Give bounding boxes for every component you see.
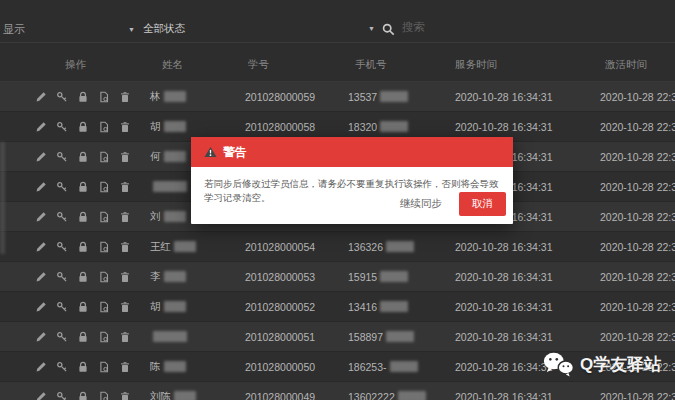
cell-student-id: 201028000058 (230, 121, 320, 133)
redacted-blur (174, 391, 196, 400)
key-icon[interactable] (56, 271, 68, 283)
file-icon[interactable] (98, 91, 110, 103)
lock-icon[interactable] (77, 181, 89, 193)
key-icon[interactable] (56, 301, 68, 313)
edit-icon[interactable] (35, 331, 47, 343)
watermark-text: Q学友驿站 (580, 353, 661, 376)
key-icon[interactable] (56, 331, 68, 343)
lock-icon[interactable] (77, 301, 89, 313)
warning-dialog-header: 警告 (191, 137, 513, 167)
cell-student-id: 201028000050 (230, 361, 320, 373)
trash-icon[interactable] (119, 361, 131, 373)
column-header-phone: 手机号 (320, 58, 430, 72)
file-icon[interactable] (98, 121, 110, 133)
file-icon[interactable] (98, 301, 110, 313)
search-icon (382, 22, 395, 35)
table-header: 操作 姓名 学号 手机号 服务时间 激活时间 (0, 42, 675, 82)
cell-service-time: 2020-10-28 16:34:31 (430, 301, 555, 313)
status-filter-value: 全部状态 (143, 22, 185, 36)
cell-name (135, 331, 230, 342)
edit-icon[interactable] (35, 391, 47, 400)
trash-icon[interactable] (119, 151, 131, 163)
edit-icon[interactable] (35, 121, 47, 133)
lock-icon[interactable] (77, 271, 89, 283)
continue-sync-button[interactable]: 继续同步 (400, 197, 442, 211)
key-icon[interactable] (56, 91, 68, 103)
key-icon[interactable] (56, 151, 68, 163)
file-icon[interactable] (98, 241, 110, 253)
key-icon[interactable] (56, 181, 68, 193)
warning-dialog-footer: 继续同步 取消 (400, 192, 506, 216)
table-row: 胡201028000052134162020-10-28 16:34:31202… (0, 292, 675, 322)
file-icon[interactable] (98, 151, 110, 163)
cell-activation-time: 2020-10-28 22:33:4 (555, 271, 675, 283)
row-actions (0, 91, 135, 103)
row-actions (0, 331, 135, 343)
edit-icon[interactable] (35, 361, 47, 373)
search-scope-chevron-icon[interactable]: ▼ (368, 25, 375, 32)
edit-icon[interactable] (35, 301, 47, 313)
search-input[interactable]: 搜索 (402, 20, 425, 35)
cell-service-time: 2020-10-28 16:34:31 (430, 121, 555, 133)
lock-icon[interactable] (77, 121, 89, 133)
cancel-button[interactable]: 取消 (459, 192, 506, 216)
row-actions (0, 271, 135, 283)
key-icon[interactable] (56, 241, 68, 253)
cell-name: 李 (135, 270, 230, 284)
cell-phone: 13416 (320, 301, 430, 313)
edit-icon[interactable] (35, 91, 47, 103)
edit-icon[interactable] (35, 181, 47, 193)
file-icon[interactable] (98, 181, 110, 193)
row-actions (0, 151, 135, 163)
edit-icon[interactable] (35, 271, 47, 283)
wechat-icon (543, 351, 574, 378)
redacted-blur (164, 91, 186, 102)
lock-icon[interactable] (77, 241, 89, 253)
lock-icon[interactable] (77, 361, 89, 373)
key-icon[interactable] (56, 211, 68, 223)
key-icon[interactable] (56, 391, 68, 400)
lock-icon[interactable] (77, 151, 89, 163)
edit-icon[interactable] (35, 241, 47, 253)
trash-icon[interactable] (119, 331, 131, 343)
trash-icon[interactable] (119, 91, 131, 103)
trash-icon[interactable] (119, 301, 131, 313)
row-actions (0, 241, 135, 253)
cell-activation-time: 2020-10-28 22:33:4 (555, 91, 675, 103)
redacted-blur (164, 211, 186, 222)
lock-icon[interactable] (77, 391, 89, 400)
table-row: 2010280000511588972020-10-28 16:34:31202… (0, 322, 675, 352)
cell-activation-time: 2020-10-28 22:33:4 (555, 241, 675, 253)
file-icon[interactable] (98, 361, 110, 373)
trash-icon[interactable] (119, 271, 131, 283)
row-actions (0, 121, 135, 133)
cell-service-time: 2020-10-28 16:34:31 (430, 331, 555, 343)
lock-icon[interactable] (77, 331, 89, 343)
file-icon[interactable] (98, 391, 110, 400)
trash-icon[interactable] (119, 391, 131, 400)
trash-icon[interactable] (119, 121, 131, 133)
lock-icon[interactable] (77, 91, 89, 103)
warning-triangle-icon (204, 146, 217, 158)
file-icon[interactable] (98, 331, 110, 343)
cell-phone: 186253- (320, 361, 430, 373)
table-row: 王红2010280000541363262020-10-28 16:34:312… (0, 232, 675, 262)
cell-service-time: 2020-10-28 16:34:31 (430, 271, 555, 283)
redacted-blur (380, 301, 408, 312)
watermark: Q学友驿站 (543, 351, 661, 378)
file-icon[interactable] (98, 211, 110, 223)
cell-activation-time: 2020-10-28 22:33:4 (555, 391, 675, 400)
redacted-blur (164, 361, 186, 372)
edit-icon[interactable] (35, 151, 47, 163)
edit-icon[interactable] (35, 211, 47, 223)
trash-icon[interactable] (119, 181, 131, 193)
lock-icon[interactable] (77, 211, 89, 223)
cell-phone: 158897 (320, 331, 430, 343)
key-icon[interactable] (56, 121, 68, 133)
trash-icon[interactable] (119, 211, 131, 223)
file-icon[interactable] (98, 271, 110, 283)
cell-name: 陈 (135, 360, 230, 374)
key-icon[interactable] (56, 361, 68, 373)
status-filter-dropdown[interactable]: ▼ 全部状态 (128, 22, 185, 36)
trash-icon[interactable] (119, 241, 131, 253)
